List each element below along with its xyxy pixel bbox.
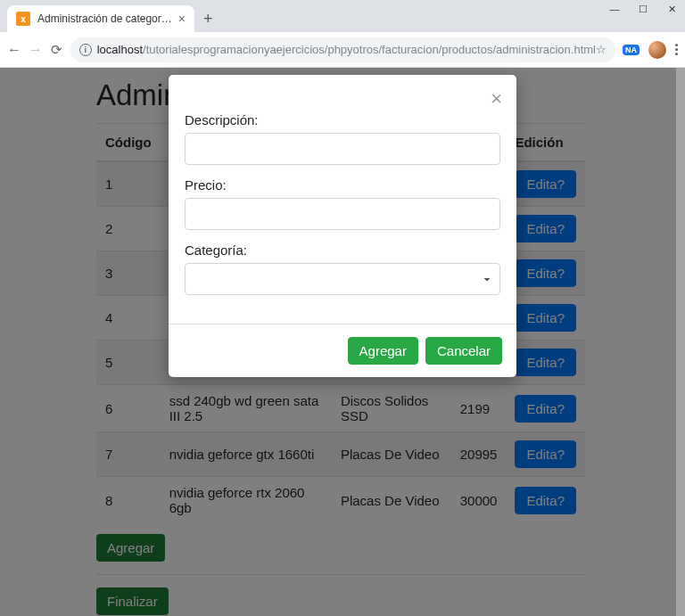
bookmark-icon[interactable]: ☆ [596,43,607,56]
label-precio: Precio: [185,177,500,193]
tab-bar: x Administración de categorías × + [0,0,685,32]
browser-menu-button[interactable] [675,44,678,55]
maximize-button[interactable]: ☐ [637,4,649,15]
tab-close-icon[interactable]: × [178,12,186,26]
descripcion-input[interactable] [185,133,500,165]
scrollbar[interactable] [676,68,685,616]
minimize-button[interactable]: — [608,4,621,15]
nav-bar: ← → ⟳ i localhost/tutorialesprogramacion… [0,32,685,68]
forward-button[interactable]: → [29,41,43,59]
label-descripcion: Descripción: [185,112,500,127]
browser-chrome: — ☐ ✕ x Administración de categorías × +… [0,0,685,68]
browser-tab[interactable]: x Administración de categorías × [7,5,194,32]
label-categoria: Categoría: [185,242,500,258]
tab-title: Administración de categorías [37,12,173,25]
precio-input[interactable] [185,198,500,230]
extension-icons: NA [623,41,678,59]
window-controls: — ☐ ✕ [608,4,678,15]
address-bar[interactable]: i localhost/tutorialesprogramacionyaejer… [70,37,615,62]
reload-button[interactable]: ⟳ [50,41,63,59]
extension-badge[interactable]: NA [623,45,640,55]
modal-cancelar-button[interactable]: Cancelar [425,337,502,365]
back-button[interactable]: ← [7,41,21,59]
modal-agregar-button[interactable]: Agregar [348,337,418,365]
profile-avatar[interactable] [648,41,666,59]
new-tab-button[interactable]: + [203,10,213,29]
site-info-icon[interactable]: i [79,44,92,56]
favicon-icon: x [16,12,30,26]
categoria-select[interactable] [185,263,500,295]
close-icon[interactable]: × [491,89,502,109]
close-window-button[interactable]: ✕ [665,4,678,15]
product-modal: × Descripción: Precio: Categoría: Agrega… [169,75,516,377]
url-text: localhost/tutorialesprogramacionyaejerci… [97,43,596,56]
